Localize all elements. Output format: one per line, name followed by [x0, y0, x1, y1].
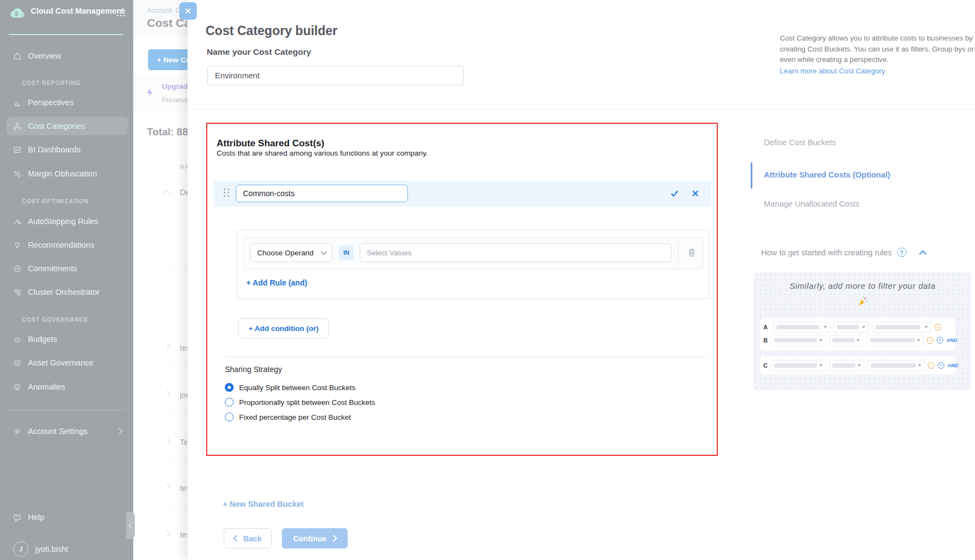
rule-card: Choose Operand IN + Add Rule (and): [237, 230, 710, 299]
info-text: Cost Category allows you to attribute co…: [780, 34, 974, 64]
party-popper-icon: [857, 295, 869, 307]
add-circle-icon: +: [938, 362, 944, 369]
close-icon: [184, 7, 192, 15]
x-icon: [690, 188, 700, 198]
chevron-left-icon: [233, 535, 240, 542]
fake-select: [773, 322, 830, 333]
fake-select: [829, 360, 864, 371]
question-circle-icon[interactable]: ?: [897, 248, 906, 257]
illustration-caption: Similarly, add more to filter your data: [753, 281, 972, 290]
remove-circle-icon: −: [928, 362, 934, 369]
close-button[interactable]: [179, 2, 197, 20]
shared-costs-title: Attribute Shared Cost(s): [217, 138, 324, 149]
strategy-option-fixed[interactable]: Fixed percentage per Cost Bucket: [225, 411, 351, 423]
illustration-row-b: B − + AND: [763, 334, 952, 347]
check-icon: [670, 188, 679, 198]
radio-icon[interactable]: [225, 413, 234, 421]
delete-rule-button[interactable]: [688, 248, 696, 259]
confirm-bucket-button[interactable]: [670, 188, 679, 200]
add-rule-button[interactable]: + Add Rule (and): [246, 278, 307, 287]
name-category-label: Name your Cost Category: [207, 47, 311, 57]
active-step-indicator: [751, 162, 752, 188]
fake-select: [868, 360, 925, 371]
drawer-title: Cost Category builder: [206, 24, 337, 38]
help-panel-toggle[interactable]: How to get started with creating rules ?: [761, 248, 926, 257]
header-divider: [188, 109, 975, 110]
strategy-option-proportional[interactable]: Proportionally split between Cost Bucket…: [225, 396, 375, 408]
sharing-strategy-label: Sharing Strategy: [225, 365, 282, 374]
illustration-rule-group: A − B − + AND: [760, 318, 955, 350]
step-define-cost-buckets[interactable]: Define Cost Buckets: [764, 138, 836, 147]
trash-icon: [688, 248, 696, 257]
fake-select: [771, 360, 826, 371]
illustration-rule-group: C − + AND: [760, 357, 955, 374]
fake-select: [834, 322, 869, 333]
chevron-up-icon[interactable]: [919, 250, 926, 258]
remove-circle-icon: −: [927, 337, 933, 344]
chevron-down-icon: [925, 326, 928, 328]
operator-badge: IN: [339, 245, 354, 260]
add-condition-button[interactable]: + Add condition (or): [238, 318, 329, 339]
chevron-down-icon: [321, 249, 327, 255]
fake-select: [829, 335, 863, 346]
shared-costs-description: Costs that are shared among various func…: [217, 149, 428, 157]
category-name-input[interactable]: [207, 66, 464, 85]
chevron-down-icon: [918, 364, 921, 367]
bucket-name-input[interactable]: [236, 185, 408, 202]
chevron-down-icon: [862, 326, 865, 328]
chevron-down-icon: [858, 364, 861, 367]
illustration-row-c: C − + AND: [763, 359, 952, 372]
strategy-option-equal[interactable]: Equally Split between Cost Buckets: [225, 381, 355, 393]
step-attribute-shared-costs[interactable]: Attribute Shared Costs (Optional): [764, 170, 890, 179]
chevron-down-icon: [917, 339, 920, 341]
shared-bucket-header: [214, 181, 711, 207]
step-manage-unallocated-costs[interactable]: Manage Unallocated Costs: [764, 199, 859, 208]
cost-category-builder-drawer: Cost Category builder Name your Cost Cat…: [188, 0, 975, 560]
chevron-down-icon: [819, 339, 823, 341]
fake-select: [866, 335, 923, 346]
screen: $ Cloud Cost Management Overview COST RE…: [0, 0, 975, 560]
remove-circle-icon: −: [934, 324, 941, 330]
illustration-row-a: A −: [763, 321, 952, 334]
radio-checked-icon[interactable]: [225, 383, 234, 392]
chevron-down-icon: [824, 326, 827, 328]
drag-handle-icon[interactable]: [224, 188, 230, 197]
continue-button[interactable]: Continue: [282, 528, 348, 548]
rules-illustration-card: Similarly, add more to filter your data …: [753, 272, 972, 390]
back-button[interactable]: Back: [224, 528, 272, 548]
fake-select: [872, 322, 931, 333]
cancel-bucket-button[interactable]: [690, 188, 700, 200]
rule-separator: [678, 242, 678, 265]
info-panel: Cost Category allows you to attribute co…: [780, 33, 975, 76]
values-input[interactable]: [360, 243, 671, 262]
chevron-right-icon: [330, 535, 337, 542]
chevron-down-icon: [819, 364, 823, 367]
rule-row: Choose Operand IN: [243, 237, 704, 270]
add-circle-icon: +: [937, 337, 943, 344]
radio-icon[interactable]: [225, 398, 234, 407]
chevron-down-icon: [857, 339, 860, 341]
learn-more-link[interactable]: Learn more about Cost Category: [780, 66, 885, 77]
operand-select[interactable]: Choose Operand: [250, 243, 332, 262]
strategy-divider: [225, 357, 708, 357]
new-shared-bucket-button[interactable]: + New Shared Bucket: [223, 500, 304, 508]
fake-select: [771, 335, 826, 346]
